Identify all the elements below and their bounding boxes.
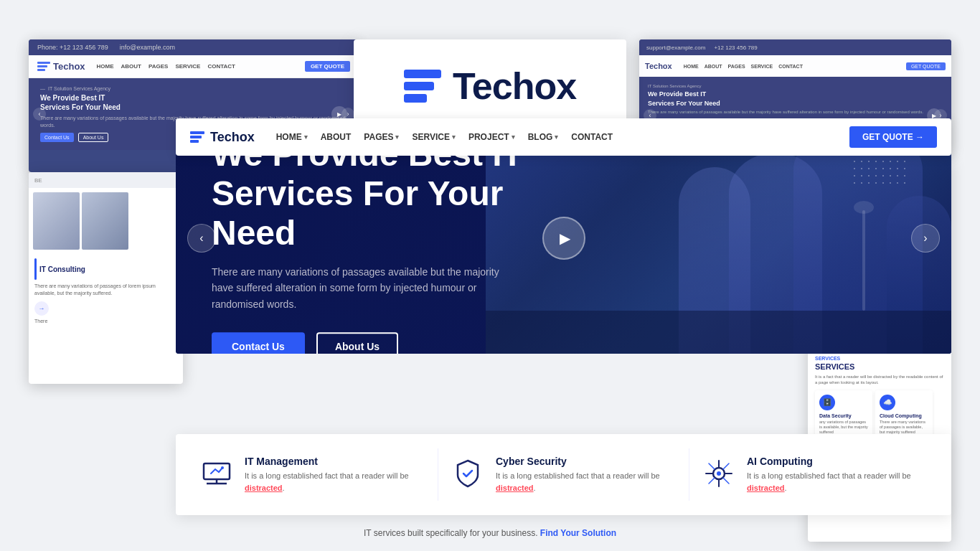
side-support-email: support@example.com bbox=[646, 44, 705, 51]
svg-point-3 bbox=[221, 466, 224, 469]
services-strip: IT Management It is a long established f… bbox=[176, 434, 951, 515]
svg-line-13 bbox=[709, 478, 715, 484]
hero-section: IT Solution Services Agency We Provide B… bbox=[176, 122, 951, 354]
side-support-phone: +12 123 456 789 bbox=[714, 44, 757, 51]
it-consulting-desc: There are many variations of passages of… bbox=[34, 283, 177, 297]
side-logo: Techox bbox=[645, 62, 672, 70]
side-quote-btn[interactable]: GET QUOTE bbox=[906, 62, 946, 70]
it-consulting-title: IT Consulting bbox=[39, 265, 85, 273]
svg-line-10 bbox=[709, 463, 715, 469]
mini-quote-btn[interactable]: GET QUOTE bbox=[305, 61, 350, 72]
nav-pages[interactable]: PAGES▾ bbox=[364, 132, 399, 142]
it-consulting-arrow[interactable]: → bbox=[34, 301, 49, 316]
bg-window-bottom-left: BE IT Consulting There are many variatio… bbox=[29, 172, 183, 384]
it-management-title: IT Management bbox=[245, 456, 426, 467]
mini-prev-arrow[interactable]: ‹ bbox=[33, 108, 46, 121]
quote-button[interactable]: GET QUOTE → bbox=[849, 126, 937, 148]
cyber-security-title: Cyber Security bbox=[496, 456, 677, 467]
data-security-icon: 🗄️ bbox=[819, 395, 835, 410]
mini-email: info@example.com bbox=[120, 44, 175, 51]
cyber-security-desc: It is a long established fact that a rea… bbox=[496, 470, 677, 494]
nav-home[interactable]: HOME▾ bbox=[276, 132, 308, 142]
mini-hero-title: We Provide Best ITServices For Your Need bbox=[40, 93, 347, 112]
service-card-cyber-security: Cyber Security It is a long established … bbox=[438, 448, 689, 501]
side-services-title: SERVICES bbox=[808, 362, 951, 374]
cloud-computing-title: Cloud Computing bbox=[880, 413, 928, 418]
nav-contact[interactable]: CONTACT bbox=[571, 132, 613, 142]
ai-computing-title: AI Computing bbox=[747, 456, 928, 467]
service-card-ai-computing: AI Computing It is a long established fa… bbox=[689, 448, 940, 501]
ai-computing-desc: It is a long established fact that a rea… bbox=[747, 470, 928, 494]
mini-about-btn[interactable]: About Us bbox=[78, 133, 109, 142]
main-navbar: Techox HOME▾ ABOUT PAGES▾ SERVICE▾ PROJE… bbox=[176, 118, 951, 156]
hero-description: There are many variations of passages av… bbox=[212, 264, 513, 312]
service-card-it-management: IT Management It is a long established f… bbox=[187, 448, 438, 501]
side-hero-title: We Provide Best ITServices For Your Need bbox=[648, 90, 943, 108]
hero-prev-arrow[interactable]: ‹ bbox=[187, 224, 216, 253]
svg-rect-0 bbox=[204, 463, 230, 479]
data-security-title: Data Security bbox=[819, 413, 868, 418]
mini-nav: HOME ABOUT PAGES SERVICE CONTACT bbox=[97, 63, 235, 70]
hero-next-arrow[interactable]: › bbox=[911, 224, 940, 253]
side-hero-label: IT Solution Services Agency bbox=[648, 84, 943, 88]
cyber-security-icon bbox=[450, 456, 486, 491]
navbar-logo-text: Techox bbox=[210, 130, 255, 145]
mini-contact-btn[interactable]: Contact Us bbox=[40, 133, 74, 142]
play-button[interactable] bbox=[542, 217, 585, 260]
nav-blog[interactable]: BLOG▾ bbox=[528, 132, 559, 142]
nav-service[interactable]: SERVICE▾ bbox=[412, 132, 455, 142]
about-us-button[interactable]: About Us bbox=[316, 332, 398, 354]
side-hero-desc: There are many variations of passages av… bbox=[648, 110, 943, 114]
svg-line-12 bbox=[723, 463, 729, 469]
svg-line-11 bbox=[723, 478, 729, 484]
navbar-logo: Techox bbox=[190, 130, 255, 145]
nav-about[interactable]: ABOUT bbox=[321, 132, 352, 142]
it-management-icon bbox=[199, 456, 235, 491]
bottom-cta: IT services built specifically for your … bbox=[364, 528, 616, 538]
contact-us-button[interactable]: Contact Us bbox=[212, 332, 305, 354]
mini-phone: Phone: +12 123 456 789 bbox=[37, 44, 108, 51]
mini-logo: Techox bbox=[37, 61, 85, 72]
find-solution-link[interactable]: Find Your Solution bbox=[540, 528, 616, 538]
logo-text: Techox bbox=[453, 65, 576, 108]
cloud-computing-icon: ☁️ bbox=[880, 395, 895, 410]
cloud-computing-desc: There are many variations of passages is… bbox=[880, 420, 928, 435]
it-management-desc: It is a long established fact that a rea… bbox=[245, 470, 426, 494]
mini-label: IT Solution Services Agency bbox=[40, 86, 347, 91]
data-security-desc: any variations of passages is available,… bbox=[819, 420, 868, 435]
ai-computing-icon bbox=[701, 456, 737, 491]
svg-point-5 bbox=[717, 471, 721, 476]
logo-icon bbox=[404, 70, 441, 103]
side-services-desc: It is a fact that a reader will be distr… bbox=[808, 374, 951, 390]
nav-project[interactable]: PROJECT▾ bbox=[468, 132, 515, 142]
main-nav: HOME▾ ABOUT PAGES▾ SERVICE▾ PROJECT▾ BLO… bbox=[276, 132, 613, 142]
hero-content: IT Solution Services Agency We Provide B… bbox=[212, 122, 570, 354]
